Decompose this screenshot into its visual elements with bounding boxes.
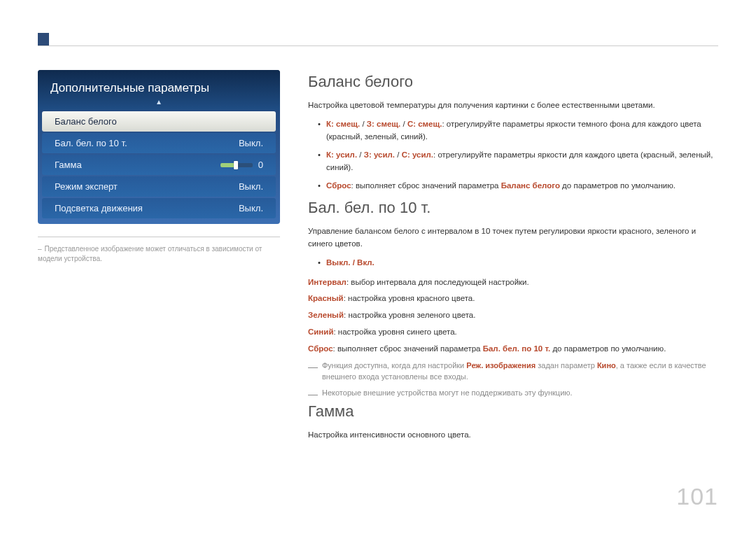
row-label: Баланс белого (55, 116, 117, 127)
left-column: Дополнительные параметры ▲ Баланс белого… (38, 70, 280, 448)
row-label: Бал. бел. по 10 т. (55, 138, 127, 148)
accent-text: З: смещ. (367, 120, 400, 128)
line-red: Красный: настройка уровня красного цвета… (308, 293, 718, 305)
accent-text: К: усил. (326, 150, 357, 159)
note-support: ― Некоторые внешние устройства могут не … (308, 387, 718, 399)
panel-title-text: Дополнительные параметры (50, 81, 209, 94)
note-mode: ― Функция доступна, когда для настройки … (308, 360, 718, 383)
right-column: Баланс белого Настройка цветовой темпера… (308, 70, 718, 448)
settings-panel: Дополнительные параметры ▲ Баланс белого… (38, 70, 280, 224)
divider (38, 237, 280, 237)
bullet-reset: Сброс: выполняет сброс значений параметр… (326, 180, 718, 192)
page: Дополнительные параметры ▲ Баланс белого… (0, 0, 756, 448)
dash-icon: ― (308, 387, 318, 402)
dash-icon: ― (308, 360, 318, 374)
line-reset10: Сброс: выполняет сброс значений параметр… (308, 343, 718, 356)
accent-text: С: усил. (402, 150, 433, 159)
bullet-gain: К: усил. / З: усил. / С: усил.: отрегули… (326, 149, 718, 174)
accent-text: Выкл. / Вкл. (326, 258, 374, 267)
page-number: 101 (676, 483, 718, 510)
row-balance[interactable]: Баланс белого (42, 111, 276, 132)
accent-text: К: смещ. (326, 120, 360, 128)
line-green: Зеленый: настройка уровня зеленого цвета… (308, 309, 718, 322)
accent-text: Баланс белого (501, 181, 560, 190)
row-label: Гамма (55, 160, 82, 170)
row-value: Выкл. (239, 203, 263, 213)
header-marker (38, 33, 49, 45)
row-expert[interactable]: Режим эксперт Выкл. (42, 176, 276, 197)
row-value: Выкл. (239, 181, 263, 192)
row-value: Выкл. (239, 138, 263, 148)
slider-handle[interactable] (234, 161, 238, 169)
bullet-offset: К: смещ. / З: смещ. / С: смещ.: отрегули… (326, 118, 718, 143)
panel-title: Дополнительные параметры ▲ (38, 70, 280, 110)
balance-desc: Настройка цветовой температуры для получ… (308, 99, 718, 111)
balance10-desc: Управление балансом белого с интервалом … (308, 225, 718, 250)
heading-gamma: Гамма (308, 402, 718, 421)
accent-text: Сброс (326, 181, 351, 190)
row-gamma[interactable]: Гамма 0 (42, 155, 276, 175)
row-label: Подсветка движения (55, 203, 143, 213)
bullet-onoff: Выкл. / Вкл. (326, 257, 718, 269)
row-label: Режим эксперт (55, 181, 118, 192)
caption-text: Представленное изображение может отличат… (38, 245, 262, 262)
row-motion-light[interactable]: Подсветка движения Выкл. (42, 198, 276, 218)
accent-text: С: смещ. (407, 120, 442, 128)
line-blue: Синий: настройка уровня синего цвета. (308, 326, 718, 339)
header-rule (38, 45, 718, 46)
balance10-bullets: Выкл. / Вкл. (308, 257, 718, 269)
gamma-slider[interactable]: 0 (220, 160, 263, 170)
line-interval: Интервал: выбор интервала для последующе… (308, 276, 718, 289)
image-disclaimer: –Представленное изображение может отлича… (38, 244, 280, 264)
accent-text: З: усил. (364, 150, 395, 159)
row-value: 0 (258, 160, 263, 170)
heading-balance10: Бал. бел. по 10 т. (308, 199, 718, 217)
scroll-up-icon[interactable]: ▲ (50, 98, 267, 106)
balance-bullets: К: смещ. / З: смещ. / С: смещ.: отрегули… (308, 118, 718, 192)
row-balance10[interactable]: Бал. бел. по 10 т. Выкл. (42, 133, 276, 153)
slider-track (220, 163, 253, 167)
gamma-desc: Настройка интенсивности основного цвета. (308, 429, 718, 441)
heading-balance: Баланс белого (308, 73, 718, 91)
